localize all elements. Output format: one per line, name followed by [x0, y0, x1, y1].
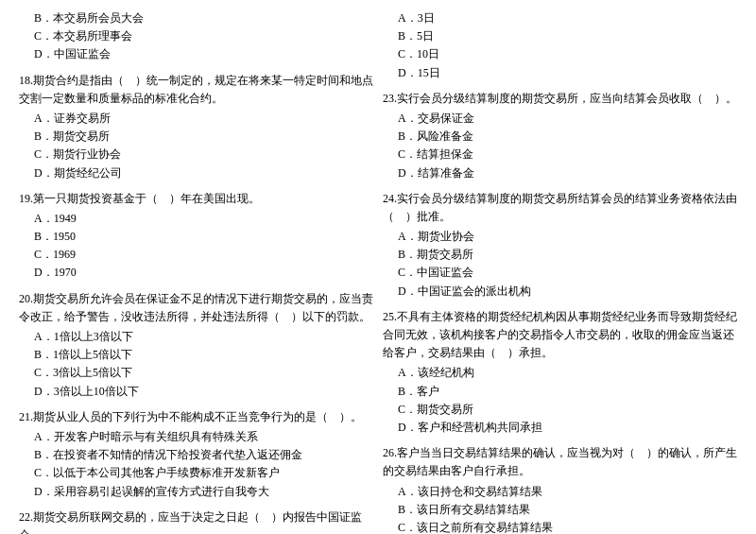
question-text: 25.不具有主体资格的期货经纪机构因从事期货经纪业务而导致期货经纪合同无效，该机…: [383, 308, 737, 363]
option: C．期货交易所: [383, 401, 737, 419]
option: D．中国证监会的派出机构: [383, 283, 737, 301]
question-block: 21.期货从业人员的下列行为中不能构成不正当竞争行为的是（ ）。A．开发客户时暗…: [19, 408, 373, 501]
question-block: 18.期货合约是指由（ ）统一制定的，规定在将来某一特定时间和地点交割一定数量和…: [19, 72, 373, 182]
question-block: 26.客户当当日交易结算结果的确认，应当视为对（ ）的确认，所产生的交易结果由客…: [383, 444, 737, 534]
option: A．期货业协会: [383, 228, 737, 246]
option: C．中国证监会: [383, 264, 737, 282]
question-block: 24.实行会员分级结算制度的期货交易所结算会员的结算业务资格依法由（ ）批准。A…: [383, 190, 737, 301]
option: A．该日持仓和交易结算结果: [383, 483, 737, 501]
option: C．结算担保金: [383, 146, 737, 164]
option: B．在投资者不知情的情况下给投资者代垫入返还佣金: [19, 446, 373, 464]
option: C．1969: [19, 246, 373, 264]
option: D．15日: [383, 64, 737, 82]
option: D．1970: [19, 264, 373, 282]
option: A．证券交易所: [19, 110, 373, 128]
question-block: 20.期货交易所允许会员在保证金不足的情况下进行期货交易的，应当责令改正，给予警…: [19, 290, 373, 401]
question-text: 18.期货合约是指由（ ）统一制定的，规定在将来某一特定时间和地点交割一定数量和…: [19, 72, 373, 108]
option: B．风险准备金: [383, 128, 737, 146]
left-column: B．本交易所会员大会C．本交易所理事会D．中国证监会18.期货合约是指由（ ）统…: [19, 9, 373, 534]
option: B．客户: [383, 383, 737, 401]
option: A．3日: [383, 9, 737, 27]
option: B．1倍以上5倍以下: [19, 346, 373, 364]
option: A．交易保证金: [383, 110, 737, 128]
option: B．该日所有交易结算结果: [383, 501, 737, 519]
option: B．5日: [383, 27, 737, 45]
option: D．结算准备金: [383, 164, 737, 182]
option: D．采用容易引起误解的宣传方式进行自我夸大: [19, 483, 373, 501]
option: B．1950: [19, 228, 373, 246]
question-text: 23.实行会员分级结算制度的期货交易所，应当向结算会员收取（ ）。: [383, 90, 737, 108]
option: B．期货交易所: [19, 128, 373, 146]
option-only-block: A．3日B．5日C．10日D．15日: [383, 9, 737, 82]
question-text: 21.期货从业人员的下列行为中不能构成不正当竞争行为的是（ ）。: [19, 408, 373, 426]
question-block: 23.实行会员分级结算制度的期货交易所，应当向结算会员收取（ ）。A．交易保证金…: [383, 90, 737, 182]
question-block: 22.期货交易所联网交易的，应当于决定之日起（ ）内报告中国证监会。: [19, 508, 373, 534]
option: A．1倍以上3倍以下: [19, 328, 373, 346]
option: C．以低于本公司其他客户手续费标准开发新客户: [19, 464, 373, 482]
question-text: 20.期货交易所允许会员在保证金不足的情况下进行期货交易的，应当责令改正，给予警…: [19, 290, 373, 326]
option: D．3倍以上10倍以下: [19, 383, 373, 401]
option: A．1949: [19, 210, 373, 228]
option: A．开发客户时暗示与有关组织具有特殊关系: [19, 428, 373, 446]
option: A．该经纪机构: [383, 364, 737, 382]
option: C．3倍以上5倍以下: [19, 364, 373, 382]
question-text: 24.实行会员分级结算制度的期货交易所结算会员的结算业务资格依法由（ ）批准。: [383, 190, 737, 226]
question-text: 22.期货交易所联网交易的，应当于决定之日起（ ）内报告中国证监会。: [19, 508, 373, 534]
option: D．期货经纪公司: [19, 164, 373, 182]
question-text: 19.第一只期货投资基金于（ ）年在美国出现。: [19, 190, 373, 208]
option: C．本交易所理事会: [19, 27, 373, 45]
option: D．中国证监会: [19, 45, 373, 63]
right-column: A．3日B．5日C．10日D．15日23.实行会员分级结算制度的期货交易所，应当…: [383, 9, 737, 534]
option: D．客户和经营机构共同承担: [383, 419, 737, 437]
question-block: 25.不具有主体资格的期货经纪机构因从事期货经纪业务而导致期货经纪合同无效，该机…: [383, 308, 737, 437]
option: B．本交易所会员大会: [19, 9, 373, 27]
question-text: 26.客户当当日交易结算结果的确认，应当视为对（ ）的确认，所产生的交易结果由客…: [383, 444, 737, 480]
option-only-block: B．本交易所会员大会C．本交易所理事会D．中国证监会: [19, 9, 373, 64]
option: B．期货交易所: [383, 246, 737, 264]
question-block: 19.第一只期货投资基金于（ ）年在美国出现。A．1949B．1950C．196…: [19, 190, 373, 283]
option: C．该日之前所有交易结算结果: [383, 519, 737, 534]
option: C．10日: [383, 45, 737, 63]
option: C．期货行业协会: [19, 146, 373, 164]
